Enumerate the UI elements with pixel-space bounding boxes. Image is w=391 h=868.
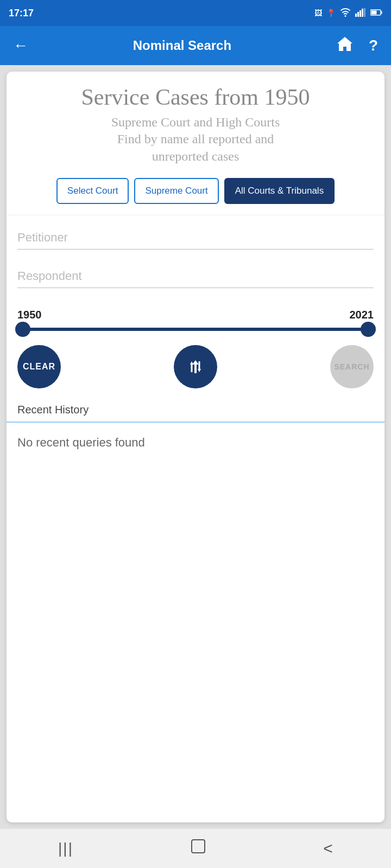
slider-thumb-left[interactable] (15, 322, 30, 337)
svg-rect-7 (381, 11, 382, 14)
slider-fill (23, 328, 368, 331)
location-icon: 📍 (326, 9, 336, 17)
year-range: 1950 2021 (7, 309, 384, 336)
svg-rect-0 (355, 14, 357, 17)
start-year-label: 1950 (17, 309, 42, 321)
svg-rect-12 (192, 840, 205, 853)
battery-icon (370, 9, 382, 17)
wifi-icon (340, 8, 351, 18)
menu-button[interactable]: ||| (45, 835, 86, 861)
status-time: 17:17 (9, 8, 34, 19)
search-button[interactable]: SEARCH (330, 345, 374, 388)
home-nav-button[interactable] (176, 833, 220, 864)
home-button[interactable] (332, 31, 358, 60)
main-card: Service Cases from 1950 Supreme Court an… (7, 72, 384, 822)
bottom-nav: ||| < (0, 829, 391, 868)
svg-rect-6 (371, 11, 377, 15)
svg-marker-10 (198, 369, 201, 372)
status-icons: 🖼 📍 (314, 8, 382, 18)
select-court-button[interactable]: Select Court (56, 178, 129, 204)
signal-icon (355, 8, 366, 18)
search-section (7, 215, 384, 309)
end-year-label: 2021 (350, 309, 374, 321)
help-button[interactable]: ? (364, 33, 382, 59)
svg-rect-2 (360, 10, 361, 17)
sort-button[interactable] (174, 345, 217, 388)
supreme-court-button[interactable]: Supreme Court (134, 178, 218, 204)
slider-track (23, 328, 368, 331)
petitioner-wrapper (17, 226, 374, 250)
back-nav-button[interactable]: < (310, 835, 346, 862)
year-labels: 1950 2021 (17, 309, 374, 321)
nav-bar: ← Nominal Search ? (0, 26, 391, 65)
respondent-wrapper (17, 265, 374, 288)
all-courts-button[interactable]: All Courts & Tribunals (224, 178, 335, 204)
page-title: Nominal Search (39, 38, 325, 53)
clear-button[interactable]: CLEAR (17, 345, 61, 388)
status-bar: 17:17 🖼 📍 (0, 0, 391, 26)
svg-rect-9 (191, 365, 193, 372)
slider-thumb-right[interactable] (361, 322, 376, 337)
recent-history-label: Recent History (7, 399, 384, 423)
hero-section: Service Cases from 1950 Supreme Court an… (7, 72, 384, 215)
svg-rect-4 (364, 8, 365, 17)
svg-rect-3 (362, 9, 363, 17)
svg-rect-1 (357, 12, 359, 17)
action-buttons: CLEAR SEARCH (7, 336, 384, 399)
svg-rect-11 (199, 361, 200, 369)
photo-icon: 🖼 (314, 9, 322, 17)
petitioner-input[interactable] (17, 226, 374, 250)
hero-title: Service Cases from 1950 (17, 85, 374, 110)
respondent-input[interactable] (17, 265, 374, 288)
hero-subtitle: Supreme Court and High CourtsFind by nam… (17, 114, 374, 165)
back-button[interactable]: ← (9, 33, 33, 59)
court-buttons-group: Select Court Supreme Court All Courts & … (17, 178, 374, 204)
no-results-message: No recent queries found (7, 423, 384, 463)
